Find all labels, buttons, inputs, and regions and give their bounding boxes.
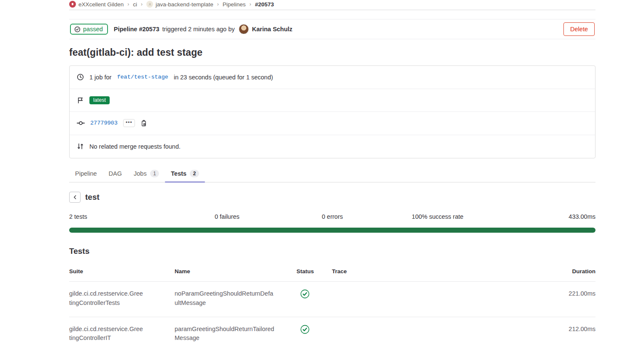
delete-pipeline-button[interactable]: Delete — [563, 22, 595, 36]
summary-failures: 0 failures — [175, 213, 280, 220]
column-duration: Duration — [541, 268, 595, 274]
tab-label: Jobs — [134, 170, 147, 177]
breadcrumb-separator: › — [217, 1, 219, 7]
tab-dag[interactable]: DAG — [103, 165, 128, 182]
test-duration-cell: 212.00ms — [541, 325, 595, 334]
summary-success-rate: 100% success rate — [385, 213, 490, 220]
clock-icon — [77, 73, 84, 81]
jobs-count-badge: 1 — [150, 170, 159, 177]
breadcrumb-label: java-backend-template — [156, 1, 213, 8]
breadcrumb: eXXcellent Gilden › ci › java-backend-te… — [69, 0, 595, 10]
flag-icon — [77, 97, 84, 104]
test-duration-cell: 221.00ms — [541, 289, 595, 299]
column-name: Name — [175, 268, 296, 274]
test-suite-header: test — [69, 192, 595, 203]
commit-sha-link[interactable]: 27779903 — [90, 120, 118, 126]
tests-count-badge: 2 — [190, 170, 199, 177]
author-name[interactable]: Karina Schulz — [252, 26, 292, 33]
author-avatar[interactable] — [239, 24, 249, 34]
breadcrumb-group[interactable]: eXXcellent Gilden — [69, 1, 124, 8]
breadcrumb-label: Pipelines — [223, 1, 246, 8]
back-button[interactable] — [69, 192, 81, 203]
test-status-cell — [296, 325, 332, 337]
group-logo-icon — [69, 1, 76, 8]
pipeline-number: Pipeline #20573 — [114, 26, 159, 33]
compare-arrows-icon — [77, 143, 84, 150]
breadcrumb-label: eXXcellent Gilden — [78, 1, 124, 8]
test-suite-cell: gilde.ci.cd.restservice.GreetingControll… — [69, 325, 144, 343]
commit-title: feat(gitlab-ci): add test stage — [69, 47, 595, 58]
test-status-cell — [296, 289, 332, 302]
pipeline-status-label: passed — [83, 26, 103, 33]
merge-request-row: No related merge requests found. — [70, 135, 595, 158]
job-duration-text: in 23 seconds (queued for 1 second) — [174, 74, 273, 81]
success-rate-bar — [69, 228, 595, 233]
column-trace: Trace — [332, 268, 541, 274]
tests-heading: Tests — [69, 247, 595, 256]
breadcrumb-label: ci — [133, 1, 137, 8]
breadcrumb-separator: › — [249, 1, 251, 7]
pipeline-info-card: 1 job for feat/test-stage in 23 seconds … — [69, 65, 595, 158]
test-suite-cell: gilde.ci.cd.restservice.GreetingControll… — [69, 289, 144, 308]
job-count-text: 1 job for — [89, 74, 111, 81]
latest-badge[interactable]: latest — [89, 96, 110, 105]
test-name-cell: paramGreetingShouldReturnTailoredMessage — [175, 325, 276, 343]
commit-icon — [77, 119, 85, 127]
tests-table: Suite Name Status Trace Duration gilde.c… — [69, 263, 595, 352]
chevron-left-icon — [72, 194, 78, 200]
breadcrumb-separator: › — [141, 1, 143, 7]
copy-commit-sha-icon[interactable] — [140, 120, 147, 127]
tab-label: DAG — [109, 170, 122, 177]
column-status: Status — [296, 268, 332, 274]
job-duration-row: 1 job for feat/test-stage in 23 seconds … — [70, 66, 595, 89]
tab-label: Tests — [171, 170, 186, 177]
column-suite: Suite — [69, 268, 175, 274]
commit-row: 27779903 ••• — [70, 112, 595, 135]
summary-duration: 433.00ms — [490, 213, 595, 220]
pipeline-page: eXXcellent Gilden › ci › java-backend-te… — [69, 0, 595, 352]
breadcrumb-pipelines[interactable]: Pipelines — [223, 1, 246, 8]
breadcrumb-separator: › — [127, 1, 129, 7]
pipeline-status-badge[interactable]: passed — [70, 24, 108, 35]
breadcrumb-ci[interactable]: ci — [133, 1, 137, 8]
pipeline-tabs: Pipeline DAG Jobs 1 Tests 2 — [69, 165, 595, 182]
triggered-text: triggered 2 minutes ago by — [162, 26, 235, 33]
latest-badge-row: latest — [70, 89, 595, 112]
tests-table-header: Suite Name Status Trace Duration — [69, 263, 595, 282]
check-circle-icon — [74, 26, 81, 33]
suite-title: test — [85, 193, 100, 202]
test-summary: 2 tests 0 failures 0 errors 100% success… — [69, 213, 595, 220]
test-status-success-icon — [300, 289, 310, 299]
table-row: gilde.ci.cd.restservice.GreetingControll… — [69, 282, 595, 317]
breadcrumb-pipeline-id: #20573 — [255, 1, 274, 8]
tab-pipeline[interactable]: Pipeline — [69, 165, 103, 182]
expand-commit-button[interactable]: ••• — [123, 119, 135, 127]
summary-errors: 0 errors — [280, 213, 385, 220]
tab-tests[interactable]: Tests 2 — [165, 165, 205, 182]
tab-label: Pipeline — [75, 170, 97, 177]
pipeline-status-bar: passed Pipeline #20573 triggered 2 minut… — [69, 19, 595, 39]
table-row: gilde.ci.cd.restservice.GreetingControll… — [69, 317, 595, 352]
no-merge-requests-text: No related merge requests found. — [89, 143, 181, 150]
tab-jobs[interactable]: Jobs 1 — [128, 165, 165, 182]
pipeline-trigger-info: Pipeline #20573 triggered 2 minutes ago … — [114, 24, 293, 34]
breadcrumb-project[interactable]: java-backend-template — [146, 1, 213, 8]
test-name-cell: noParamGreetingShouldReturnDefaultMessag… — [175, 289, 276, 308]
test-status-success-icon — [300, 325, 310, 334]
project-avatar-icon — [146, 1, 153, 8]
summary-tests: 2 tests — [69, 213, 175, 220]
ref-link[interactable]: feat/test-stage — [117, 74, 168, 80]
